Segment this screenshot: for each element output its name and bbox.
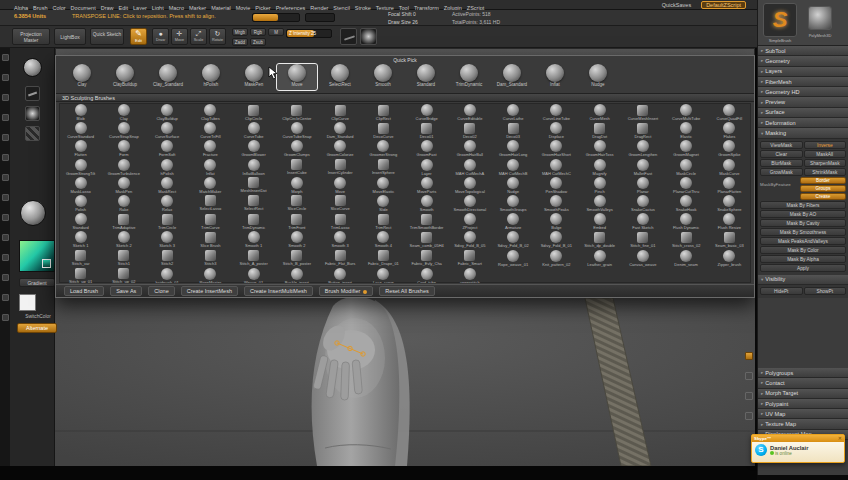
brush-item-trimsmoothborder[interactable]: TrimSmoothBorder bbox=[405, 212, 448, 230]
brush-item-slicecircle[interactable]: SliceCircle bbox=[275, 194, 318, 212]
brush-item-displace[interactable]: Displace bbox=[535, 121, 578, 139]
brush-item-flush-resize[interactable]: Flush Resize bbox=[708, 212, 751, 230]
inverse-button[interactable]: Inverse bbox=[804, 141, 847, 149]
draw-mode-button[interactable]: ●Draw bbox=[152, 28, 169, 45]
section-header-subtool[interactable]: ▸SubTool bbox=[758, 46, 848, 56]
brush-item-formsoft[interactable]: FormSoft bbox=[146, 139, 189, 157]
quickpick-brush-standard[interactable]: Standard bbox=[406, 64, 446, 90]
current-tool-thumbnail[interactable]: S bbox=[763, 3, 797, 37]
brush-item-rope-weave-01[interactable]: Rope_weave_01 bbox=[492, 249, 535, 267]
material-sphere-icon[interactable] bbox=[20, 200, 46, 226]
brush-item-penshadow[interactable]: PenShadow bbox=[535, 176, 578, 194]
brush-item-stitch-up-02[interactable]: Stitch_up_02 bbox=[102, 267, 145, 283]
mask-by-alpha-button[interactable]: Mask By Alpha bbox=[760, 255, 846, 263]
tray-slot-icon[interactable] bbox=[2, 314, 9, 321]
section-header-fibermesh[interactable]: ▸FiberMesh bbox=[758, 77, 848, 87]
alpha-icon[interactable] bbox=[25, 106, 40, 121]
stroke-thumbnail[interactable] bbox=[340, 28, 357, 45]
brush-item-decocurve[interactable]: DecoCurve bbox=[362, 121, 405, 139]
brush-item-ropemaster[interactable]: RopeMaster bbox=[189, 267, 232, 283]
section-header-uv-map[interactable]: ▸UV Map bbox=[758, 409, 848, 419]
brush-item-clay[interactable]: Clay bbox=[102, 103, 145, 121]
brush-item-fabric-flat-burs[interactable]: Fabric_Flat_Burs bbox=[319, 249, 362, 267]
brush-item-stitch-var[interactable]: Stitch_var bbox=[59, 249, 102, 267]
brush-item-insertcube[interactable]: InsertCube bbox=[275, 158, 318, 176]
brush-item-cliprect[interactable]: ClipRect bbox=[362, 103, 405, 121]
section-header-surface[interactable]: ▸Surface bbox=[758, 108, 848, 118]
brush-item-selectrect[interactable]: SelectRect bbox=[232, 194, 275, 212]
section-header-masking[interactable]: ▾Masking bbox=[758, 128, 848, 138]
brush-item-clipcircle[interactable]: ClipCircle bbox=[232, 103, 275, 121]
tray-toggle-icon[interactable] bbox=[745, 352, 753, 360]
section-header-visibility[interactable]: ▾Visibility bbox=[758, 275, 848, 285]
brush-item-armature[interactable]: Armature bbox=[492, 212, 535, 230]
section-header-layers[interactable]: ▸Layers bbox=[758, 67, 848, 77]
brush-item-movetopological[interactable]: MoveTopological bbox=[448, 176, 491, 194]
brush-item-groomhairlong[interactable]: GroomHairLong bbox=[492, 139, 535, 157]
brush-item-groomcolorize[interactable]: GroomColorize bbox=[319, 139, 362, 157]
brush-item-rake[interactable]: Rake bbox=[102, 194, 145, 212]
brush-item-groomclumps[interactable]: GroomClumps bbox=[275, 139, 318, 157]
brush-item-flush-dynamic[interactable]: Flush Dynamic bbox=[665, 212, 708, 230]
brush-item-blob[interactable]: Blob bbox=[59, 103, 102, 121]
brush-item-denim-seam[interactable]: Denim_seam bbox=[665, 249, 708, 267]
brush-item-slicecurve[interactable]: SliceCurve bbox=[319, 194, 362, 212]
brush-item-relax[interactable]: Relax bbox=[146, 194, 189, 212]
brush-item-groomspike[interactable]: GroomSpike bbox=[708, 139, 751, 157]
brush-item-insertcylinder[interactable]: InsertCylinder bbox=[319, 158, 362, 176]
brush-item-move[interactable]: Move bbox=[319, 176, 362, 194]
skype-notification[interactable]: Skype™ ✕ S Daniel Auclair is online bbox=[751, 434, 845, 463]
quickpick-brush-clay-standard[interactable]: Clay_Standard bbox=[148, 64, 188, 90]
tray-slot-icon[interactable] bbox=[2, 194, 9, 201]
color-picker-inner-swatch[interactable] bbox=[42, 259, 51, 268]
brush-item-deco03[interactable]: Deco03 bbox=[492, 121, 535, 139]
tray-slot-icon[interactable] bbox=[2, 294, 9, 301]
brush-item-morph[interactable]: Morph bbox=[275, 176, 318, 194]
brush-item-slice-brush[interactable]: Slice Brush bbox=[189, 230, 232, 248]
brush-item-weave-01[interactable]: Weave_01 bbox=[232, 267, 275, 283]
brush-item-groomfast[interactable]: GroomFast bbox=[405, 139, 448, 157]
brush-item-snakesphere[interactable]: SnakeSphere bbox=[708, 194, 751, 212]
brush-item-groomhairtoss[interactable]: GroomHairToss bbox=[578, 139, 621, 157]
quick-sketch-button[interactable]: Quick Sketch bbox=[90, 28, 124, 45]
brush-item-stitch2[interactable]: Stitch2 bbox=[146, 249, 189, 267]
footer-clone-button[interactable]: Clone bbox=[148, 286, 174, 296]
quickpick-brush-hpolish[interactable]: hPolish bbox=[191, 64, 231, 90]
tray-slot-icon[interactable] bbox=[2, 254, 9, 261]
brush-item-maskpen[interactable]: MaskPen bbox=[102, 176, 145, 194]
brush-item-zipper-brush[interactable]: Zipper_brush bbox=[708, 249, 751, 267]
brush-item-pinch[interactable]: Pinch bbox=[578, 176, 621, 194]
brush-item-inflatballoon[interactable]: InflatBalloon bbox=[232, 158, 275, 176]
brush-item-planarcutthru[interactable]: PlanarCutThru bbox=[665, 176, 708, 194]
section-header-geometry-hd[interactable]: ▸Geometry HD bbox=[758, 87, 848, 97]
brush-item-planarflatten[interactable]: PlanarFlatten bbox=[708, 176, 751, 194]
zsub-button[interactable]: Zsub bbox=[250, 38, 266, 46]
section-header-polygroups[interactable]: ▸Polygroups bbox=[758, 368, 848, 378]
brush-item-trimcurve[interactable]: TrimCurve bbox=[189, 212, 232, 230]
brush-item-clipcirclecenter[interactable]: ClipCircleCenter bbox=[275, 103, 318, 121]
brush-item-leather-grain[interactable]: Leather_grain bbox=[578, 249, 621, 267]
section-header-contact[interactable]: ▸Contact bbox=[758, 378, 848, 388]
brush-item-deco01[interactable]: Deco01 bbox=[405, 121, 448, 139]
brush-item-form[interactable]: Form bbox=[102, 139, 145, 157]
brush-item-trimlasso[interactable]: TrimLasso bbox=[319, 212, 362, 230]
quickpick-brush-claybuildup[interactable]: ClayBuildup bbox=[105, 64, 145, 90]
blurmask-button[interactable]: BlurMask bbox=[760, 159, 803, 167]
mask-by-cavity-button[interactable]: Mask By Cavity bbox=[760, 219, 846, 227]
brush-item-upperstitch[interactable]: upperstitch bbox=[448, 267, 491, 283]
mrgb-button[interactable]: Mrgb bbox=[232, 28, 248, 36]
gradient-button[interactable]: Gradient bbox=[19, 278, 55, 287]
brush-item-curvetube[interactable]: CurveTube bbox=[232, 121, 275, 139]
section-header-geometry[interactable]: ▸Geometry bbox=[758, 56, 848, 66]
brush-item-trimadaptive[interactable]: TrimAdaptive bbox=[102, 212, 145, 230]
brush-item-groomhairshort[interactable]: GroomHairShort bbox=[535, 139, 578, 157]
lightbox-button[interactable]: LightBox bbox=[54, 28, 86, 45]
section-header-texture-map[interactable]: ▸Texture Map bbox=[758, 419, 848, 429]
brush-item-smooth-2[interactable]: Smooth 2 bbox=[275, 230, 318, 248]
growmask-button[interactable]: GrowMask bbox=[760, 168, 803, 176]
showpt-button[interactable]: ShowPt bbox=[804, 287, 847, 295]
brush-item-curvestandard[interactable]: CurveStandard bbox=[59, 121, 102, 139]
brush-item-curvetubesnap[interactable]: CurveTubeSnap bbox=[275, 121, 318, 139]
brush-item-snakehook[interactable]: SnakeHook bbox=[665, 194, 708, 212]
brush-item-fabric-evly-cha[interactable]: Fabric_Evly_Cha bbox=[405, 249, 448, 267]
